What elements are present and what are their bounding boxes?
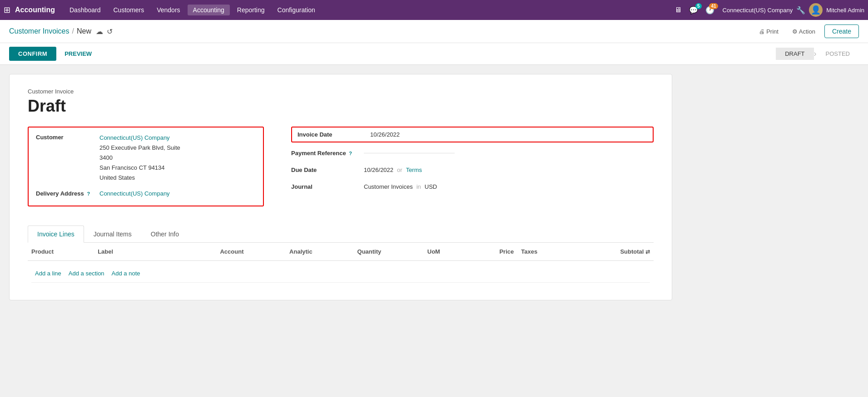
or-text: or [397, 167, 402, 173]
tab-other-info[interactable]: Other Info [141, 225, 188, 243]
col-analytic: Analytic [286, 243, 353, 261]
col-uom: UoM [424, 243, 469, 261]
col-price: Price [469, 243, 517, 261]
payment-ref-help-icon[interactable]: ? [349, 151, 352, 156]
in-text: in [417, 183, 421, 190]
due-date-label: Due Date [291, 167, 364, 173]
header-actions: Print ⚙ Action Create [754, 25, 859, 38]
col-product: Product [28, 243, 94, 261]
grid-icon[interactable]: ⊞ [4, 5, 10, 15]
invoice-table: Product Label Account Analytic Quantity … [28, 243, 654, 286]
invoice-date-value[interactable]: 10/26/2022 [370, 131, 400, 138]
header-icon-group: ☁ ↺ [96, 27, 113, 36]
refresh-icon[interactable]: ↺ [107, 27, 113, 36]
status-posted: POSTED [817, 48, 859, 60]
col-subtotal-text: Subtotal [620, 248, 644, 255]
breadcrumb-current: New [77, 27, 91, 35]
customer-address-line1: 250 Executive Park Blvd, Suite [99, 143, 180, 153]
journal-label: Journal [291, 183, 364, 190]
delivery-label: Delivery Address ? [36, 189, 99, 197]
terms-link[interactable]: Terms [406, 167, 422, 173]
support-icon[interactable]: 🖥 [673, 4, 684, 16]
invoice-card: Customer Invoice Draft Customer Connecti… [9, 74, 672, 300]
add-links: Add a line Add a section Add a note [31, 265, 650, 283]
tab-journal-items[interactable]: Journal Items [84, 225, 141, 243]
create-button[interactable]: Create [824, 25, 859, 38]
payment-ref-value[interactable] [364, 153, 455, 153]
empty-row: Add a line Add a section Add a note [28, 260, 654, 286]
col-quantity: Quantity [354, 243, 424, 261]
nav-reporting[interactable]: Reporting [232, 5, 270, 15]
user-avatar[interactable]: 👤 [809, 3, 823, 17]
activity-badge: 41 [709, 3, 718, 9]
customer-name[interactable]: Connecticut(US) Company [99, 133, 180, 143]
breadcrumb-separator: / [72, 27, 74, 35]
preview-button[interactable]: PREVIEW [60, 47, 96, 61]
print-button[interactable]: Print [754, 26, 783, 37]
form-left: Customer Connecticut(US) Company 250 Exe… [28, 127, 264, 212]
nav-customers[interactable]: Customers [108, 5, 150, 15]
add-note-link[interactable]: Add a note [112, 270, 140, 277]
customer-address-line4: United States [99, 173, 180, 183]
page-header: Customer Invoices / New ☁ ↺ Print ⚙ Acti… [0, 20, 868, 43]
main-content: Customer Invoice Draft Customer Connecti… [0, 65, 868, 395]
confirm-button[interactable]: CONFIRM [9, 47, 56, 61]
action-button[interactable]: ⚙ Action [788, 26, 820, 37]
tabs-bar: Invoice Lines Journal Items Other Info [28, 225, 654, 243]
col-taxes: Taxes [517, 243, 570, 261]
nav-links: Dashboard Customers Vendors Accounting R… [64, 5, 673, 15]
nav-dashboard[interactable]: Dashboard [64, 5, 106, 15]
col-subtotal: Subtotal ⇄ [570, 243, 654, 261]
due-date-value[interactable]: 10/26/2022 [364, 167, 393, 173]
breadcrumb-root[interactable]: Customer Invoices [9, 27, 69, 35]
status-draft: DRAFT [776, 48, 813, 60]
company-name: Connecticut(US) Company [723, 7, 793, 14]
add-section-link[interactable]: Add a section [69, 270, 104, 277]
activity-icon[interactable]: 🕐 41 [704, 4, 716, 16]
customer-value: Connecticut(US) Company 250 Executive Pa… [99, 133, 180, 183]
cloud-upload-icon[interactable]: ☁ [96, 27, 103, 36]
customer-field-box: Customer Connecticut(US) Company 250 Exe… [28, 127, 264, 206]
gear-icon: ⚙ [792, 28, 798, 35]
add-line-link[interactable]: Add a line [35, 270, 61, 277]
nav-configuration[interactable]: Configuration [272, 5, 321, 15]
nav-accounting[interactable]: Accounting [188, 5, 230, 15]
col-label: Label [94, 243, 216, 261]
customer-label: Customer [36, 133, 99, 141]
status-bar: DRAFT › POSTED [776, 48, 859, 60]
tab-invoice-lines[interactable]: Invoice Lines [28, 225, 84, 243]
customer-address-line3: San Francisco CT 94134 [99, 163, 180, 173]
invoice-date-label: Invoice Date [298, 131, 370, 138]
top-navigation: ⊞ Accounting Dashboard Customers Vendors… [0, 0, 868, 20]
invoice-date-row: Invoice Date 10/26/2022 [291, 127, 654, 142]
form-section: Customer Connecticut(US) Company 250 Exe… [28, 127, 654, 212]
customer-row: Customer Connecticut(US) Company 250 Exe… [36, 133, 256, 183]
journal-value[interactable]: Customer Invoices [364, 183, 413, 190]
action-bar: CONFIRM PREVIEW DRAFT › POSTED [0, 43, 868, 65]
payment-ref-label: Payment Reference ? [291, 150, 364, 157]
payment-ref-row: Payment Reference ? [291, 147, 654, 159]
user-name: Mitchell Admin [826, 7, 864, 14]
top-right-icons: 🖥 💬 5 🕐 41 Connecticut(US) Company 🔧 👤 M… [673, 3, 864, 17]
customer-address-line2: 3400 [99, 153, 180, 163]
nav-vendors[interactable]: Vendors [151, 5, 185, 15]
app-name: Accounting [15, 6, 55, 14]
form-right: Invoice Date 10/26/2022 Payment Referenc… [291, 127, 654, 212]
settings-icon[interactable]: 🔧 [796, 6, 805, 15]
chat-icon[interactable]: 💬 5 [687, 4, 700, 16]
delivery-help-icon[interactable]: ? [87, 191, 90, 196]
currency-value[interactable]: USD [425, 183, 437, 190]
due-date-row: Due Date 10/26/2022 or Terms [291, 164, 654, 176]
subtotal-settings-icon[interactable]: ⇄ [645, 249, 650, 255]
col-account: Account [216, 243, 286, 261]
breadcrumb: Customer Invoices / New [9, 27, 91, 35]
delivery-row: Delivery Address ? Connecticut(US) Compa… [36, 189, 256, 198]
delivery-value[interactable]: Connecticut(US) Company [99, 189, 170, 198]
invoice-title: Draft [28, 97, 654, 116]
chat-badge: 5 [695, 3, 702, 9]
journal-row: Journal Customer Invoices in USD [291, 181, 654, 193]
action-bar-left: CONFIRM PREVIEW [9, 47, 96, 61]
invoice-sub-label: Customer Invoice [28, 88, 654, 95]
